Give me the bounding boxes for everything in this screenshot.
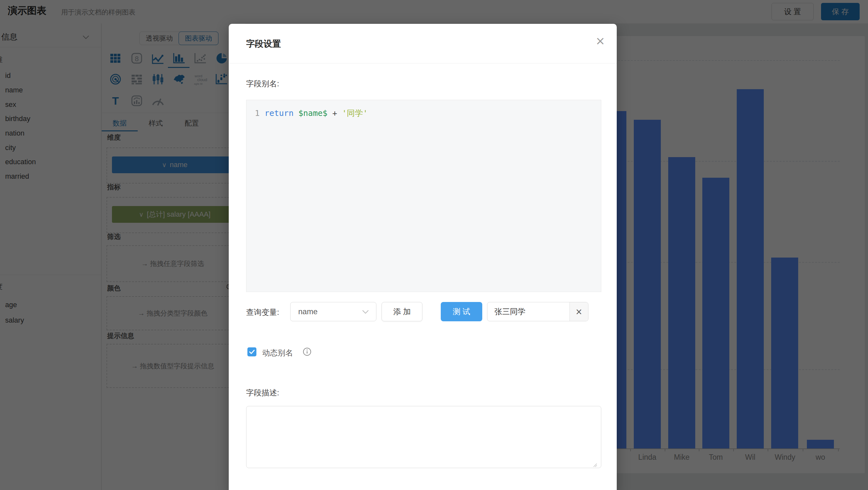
test-input[interactable]	[494, 307, 566, 316]
close-icon[interactable]: ×	[595, 34, 605, 47]
app-root: 演示图表 用于演示文档的样例图表 设 置 保 存 信息 维 idnamesexb…	[0, 0, 868, 490]
modal-header-divider	[229, 63, 617, 63]
query-variable-label: 查询变量:	[246, 307, 279, 317]
clear-input-button[interactable]: ×	[569, 302, 588, 321]
alias-label: 字段别名:	[246, 79, 279, 89]
info-icon[interactable]	[303, 347, 311, 356]
query-variable-select-value: name	[298, 307, 362, 316]
code-line: 1 return $name$ + '同学'	[246, 108, 368, 118]
modal-title: 字段设置	[246, 38, 281, 50]
code-variable: $name$	[299, 109, 328, 118]
alias-code-editor[interactable]: 1 return $name$ + '同学'	[246, 100, 601, 292]
field-settings-modal: 字段设置 × 字段别名: 1 return $name$ + '同学' 查询变量…	[229, 24, 617, 490]
test-input-wrapper: ×	[487, 302, 588, 321]
description-textarea[interactable]	[246, 406, 601, 468]
dynamic-alias-checkbox[interactable]	[247, 347, 256, 356]
test-button[interactable]: 测 试	[441, 302, 482, 321]
dynamic-alias-label: 动态别名	[262, 348, 293, 358]
chevron-down-icon	[362, 310, 369, 314]
code-string: '同学'	[342, 109, 368, 118]
textarea-resize-grip[interactable]	[592, 462, 597, 467]
code-operator: +	[332, 109, 337, 118]
description-label: 字段描述:	[246, 387, 279, 398]
add-button[interactable]: 添 加	[381, 302, 423, 321]
code-line-number: 1	[246, 109, 260, 118]
code-keyword: return	[265, 109, 293, 118]
query-variable-select[interactable]: name	[290, 302, 376, 321]
